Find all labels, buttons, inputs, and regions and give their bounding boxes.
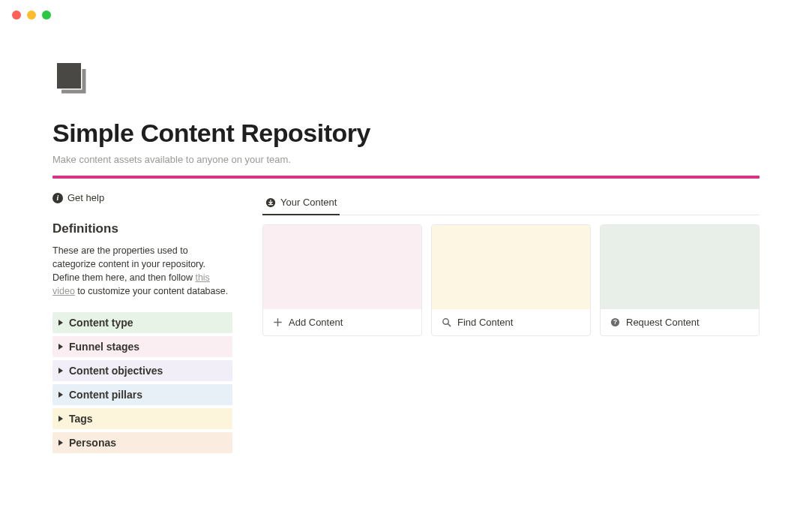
window-controls [0,0,812,30]
download-circle-icon [265,197,276,208]
divider [52,176,760,179]
search-icon [441,317,451,328]
window-maximize-icon[interactable] [42,11,51,20]
card-find-content[interactable]: Find Content [431,224,591,336]
toggle-tags[interactable]: Tags [52,408,232,429]
card-label: Find Content [457,317,513,328]
caret-right-icon [58,344,63,350]
svg-text:?: ? [613,318,616,326]
plus-icon [272,317,283,328]
page-title: Simple Content Repository [52,119,760,148]
toggle-content-objectives[interactable]: Content objectives [52,360,232,381]
svg-line-3 [448,323,450,326]
toggle-content-type[interactable]: Content type [52,312,232,333]
get-help-link[interactable]: i Get help [52,192,232,203]
card-request-content[interactable]: ? Request Content [600,224,760,336]
window-minimize-icon[interactable] [27,11,36,20]
window-close-icon[interactable] [12,11,21,20]
caret-right-icon [58,440,63,446]
card-cover [263,225,421,309]
page-subtitle: Make content assets available to anyone … [52,154,760,165]
card-add-content[interactable]: Add Content [262,224,422,336]
card-cover [601,225,759,309]
svg-rect-0 [57,63,81,89]
caret-right-icon [58,320,63,326]
question-icon: ? [610,317,620,328]
definitions-description: These are the properties used to categor… [52,244,232,299]
content-tabs: Your Content [262,192,760,215]
definitions-heading: Definitions [52,221,232,236]
get-help-label: Get help [67,192,104,203]
page-icon [52,60,88,96]
definitions-toggle-list: Content type Funnel stages Content objec… [52,312,232,453]
toggle-content-pillars[interactable]: Content pillars [52,384,232,405]
content-cards: Add Content Find Content [262,224,760,336]
card-label: Add Content [289,317,343,328]
toggle-funnel-stages[interactable]: Funnel stages [52,336,232,357]
caret-right-icon [58,368,63,374]
toggle-personas[interactable]: Personas [52,432,232,453]
caret-right-icon [58,416,63,422]
caret-right-icon [58,392,63,398]
tab-your-content[interactable]: Your Content [262,192,340,215]
card-label: Request Content [626,317,700,328]
info-icon: i [52,193,63,203]
card-cover [432,225,590,309]
